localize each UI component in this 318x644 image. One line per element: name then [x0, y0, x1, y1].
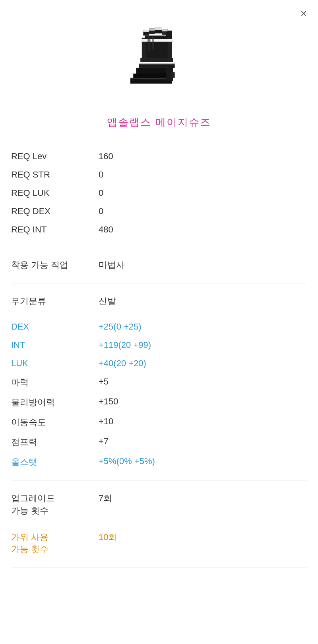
phys-def-value: +150 — [99, 396, 118, 407]
stat-row-int: INT +119(20 +99) — [11, 336, 307, 354]
upgrade-section: 업그레이드가능 횟수 7회 가위 사용가능 횟수 10회 — [0, 480, 318, 568]
dex-label: DEX — [11, 322, 99, 332]
req-lev-value: 160 — [99, 151, 113, 162]
weapon-type-label: 무기분류 — [11, 295, 99, 307]
close-button[interactable]: × — [301, 8, 307, 19]
req-int-label: REQ INT — [11, 224, 99, 235]
stat-row-jump: 점프력 +7 — [11, 432, 307, 452]
svg-rect-13 — [142, 39, 173, 41]
stat-row-upgrade: 업그레이드가능 횟수 7회 — [11, 488, 307, 521]
move-speed-label: 이동속도 — [11, 416, 99, 428]
stat-row-phys-def: 물리방어력 +150 — [11, 392, 307, 412]
stat-row-req-lev: REQ Lev 160 — [11, 147, 307, 166]
svg-rect-7 — [155, 28, 162, 30]
req-lev-label: REQ Lev — [11, 151, 99, 162]
stat-row-scissors: 가위 사용가능 횟수 10회 — [11, 527, 307, 560]
int-value: +119(20 +99) — [99, 340, 151, 350]
upgrade-label: 업그레이드가능 횟수 — [11, 492, 99, 517]
stat-row-req-str: REQ STR 0 — [11, 166, 307, 184]
item-image — [123, 24, 195, 107]
magic-label: 마력 — [11, 377, 99, 388]
int-label: INT — [11, 340, 99, 350]
req-int-value: 480 — [99, 224, 113, 235]
svg-rect-23 — [171, 72, 175, 78]
dex-value: +25(0 +25) — [99, 322, 142, 332]
job-value: 마법사 — [99, 259, 125, 271]
stat-row-req-luk: REQ LUK 0 — [11, 184, 307, 202]
phys-def-label: 물리방어력 — [11, 396, 99, 408]
stat-row-magic: 마력 +5 — [11, 373, 307, 392]
item-name: 앱솔랩스 메이지슈즈 — [0, 115, 318, 139]
magic-value: +5 — [99, 377, 109, 387]
req-luk-value: 0 — [99, 188, 103, 198]
job-label: 착용 가능 직업 — [11, 259, 99, 271]
job-section: 착용 가능 직업 마법사 — [0, 247, 318, 283]
svg-rect-4 — [166, 31, 172, 36]
stat-row-job: 착용 가능 직업 마법사 — [11, 255, 307, 275]
req-dex-label: REQ DEX — [11, 206, 99, 217]
stat-row-req-int: REQ INT 480 — [11, 221, 307, 239]
svg-rect-5 — [143, 30, 149, 32]
scissors-value: 10회 — [99, 531, 117, 543]
weapon-type-value: 신발 — [99, 295, 116, 307]
stat-row-move-speed: 이동속도 +10 — [11, 412, 307, 432]
stat-row-req-dex: REQ DEX 0 — [11, 202, 307, 221]
item-image-container — [0, 0, 318, 115]
stat-row-weapon-type: 무기분류 신발 — [11, 291, 307, 311]
jump-value: +7 — [99, 436, 109, 447]
scissors-label: 가위 사용가능 횟수 — [11, 531, 99, 556]
svg-rect-17 — [139, 62, 175, 63]
item-modal: × — [0, 0, 318, 644]
stat-row-luk: LUK +40(20 +20) — [11, 354, 307, 373]
luk-value: +40(20 +20) — [99, 358, 146, 369]
luk-label: LUK — [11, 358, 99, 369]
req-str-label: REQ STR — [11, 170, 99, 180]
svg-rect-6 — [149, 28, 155, 30]
move-speed-value: +10 — [99, 416, 113, 427]
upgrade-value: 7회 — [99, 492, 112, 504]
svg-rect-24 — [147, 37, 150, 51]
svg-rect-8 — [162, 29, 167, 31]
svg-rect-21 — [130, 78, 172, 80]
req-dex-value: 0 — [99, 206, 103, 217]
weapon-stats-section: 무기분류 신발 DEX +25(0 +25) INT +119(20 +99) … — [0, 283, 318, 480]
req-luk-label: REQ LUK — [11, 188, 99, 198]
stat-row-dex: DEX +25(0 +25) — [11, 318, 307, 336]
requirements-section: REQ Lev 160 REQ STR 0 REQ LUK 0 REQ DEX … — [0, 139, 318, 247]
stat-row-allstat: 올스탯 +5%(0% +5%) — [11, 452, 307, 472]
allstat-value: +5%(0% +5%) — [99, 456, 155, 466]
allstat-label: 올스탯 — [11, 456, 99, 468]
svg-rect-25 — [152, 36, 154, 49]
jump-label: 점프력 — [11, 436, 99, 448]
divider-4 — [11, 568, 307, 568]
req-str-value: 0 — [99, 170, 103, 180]
